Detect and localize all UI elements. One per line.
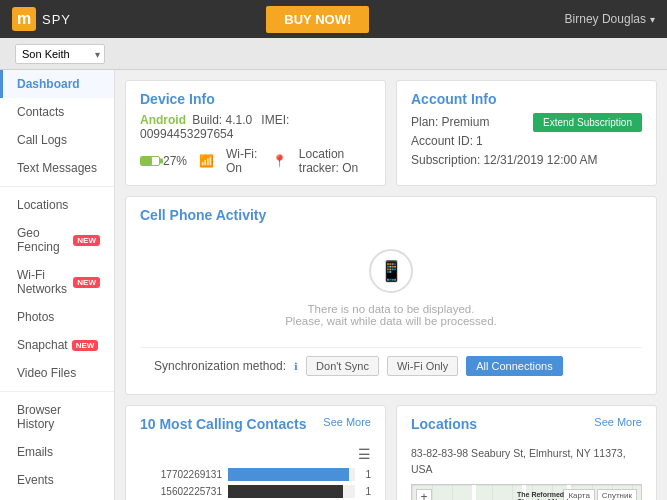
- bar-container: [228, 485, 355, 498]
- battery-icon: [140, 156, 160, 166]
- sync-option-wifi-only[interactable]: Wi-Fi Only: [387, 356, 458, 376]
- calling-contacts-header: 10 Most Calling Contacts See More: [140, 416, 371, 438]
- header: m SPY BUY NOW! Birney Douglas ▾: [0, 0, 667, 38]
- device-info-title: Device Info: [140, 91, 371, 107]
- bar-fill: [228, 468, 349, 481]
- bar-row: 156022257311: [140, 485, 371, 498]
- sidebar-label: Geo Fencing: [17, 226, 69, 254]
- sidebar-item-locations[interactable]: Locations: [0, 191, 114, 219]
- sidebar-item-block-websites[interactable]: Block Websites: [0, 494, 114, 500]
- plan-value: Premium: [441, 115, 489, 129]
- device-select-wrapper[interactable]: Son Keith: [15, 44, 105, 64]
- sidebar-item-photos[interactable]: Photos: [0, 303, 114, 331]
- location-status: Location tracker: On: [299, 147, 371, 175]
- calling-contacts-see-more[interactable]: See More: [323, 416, 371, 428]
- sidebar-item-wifi-networks[interactable]: Wi-Fi Networks NEW: [0, 261, 114, 303]
- bottom-row: 10 Most Calling Contacts See More ☰ 1770…: [125, 405, 657, 500]
- sidebar-divider: [0, 186, 114, 187]
- cell-activity-card: Cell Phone Activity 📱 There is no data t…: [125, 196, 657, 395]
- wifi-status: Wi-Fi: On: [226, 147, 260, 175]
- top-row: Device Info Android Build: 4.1.0 IMEI: 0…: [125, 80, 657, 186]
- account-id-label: Account ID:: [411, 134, 473, 148]
- main-layout: Dashboard Contacts Call Logs Text Messag…: [0, 70, 667, 500]
- sidebar-divider: [0, 391, 114, 392]
- cell-activity-title: Cell Phone Activity: [140, 207, 642, 223]
- sidebar-label: Locations: [17, 198, 68, 212]
- sidebar-item-text-messages[interactable]: Text Messages: [0, 154, 114, 182]
- map-tab-satellite[interactable]: Спутник: [597, 489, 637, 501]
- plan-label: Plan:: [411, 115, 438, 129]
- bar-label: 17702269131: [140, 469, 222, 480]
- logo-icon: m: [12, 7, 36, 31]
- sidebar-item-video-files[interactable]: Video Files: [0, 359, 114, 387]
- sidebar-label: Text Messages: [17, 161, 97, 175]
- sidebar-label: Contacts: [17, 105, 64, 119]
- sidebar-label: Photos: [17, 310, 54, 324]
- sidebar-label: Dashboard: [17, 77, 80, 91]
- sidebar-item-contacts[interactable]: Contacts: [0, 98, 114, 126]
- sync-label: Synchronization method:: [154, 359, 286, 373]
- map-container[interactable]: 📍 + − Карта Спутник The ReformedChurch o…: [411, 484, 642, 501]
- sync-info-icon[interactable]: ℹ: [294, 361, 298, 372]
- sidebar-label: Events: [17, 473, 54, 487]
- account-info-title: Account Info: [411, 91, 642, 107]
- battery-pct: 27%: [163, 154, 187, 168]
- sync-bar: Synchronization method: ℹ Don't Sync Wi-…: [140, 347, 642, 384]
- bar-label: 15602225731: [140, 486, 222, 497]
- map-road: [472, 485, 476, 501]
- bar-fill: [228, 485, 343, 498]
- header-logo: m SPY: [12, 7, 71, 31]
- phone-icon: 📱: [369, 249, 413, 293]
- build-label: Build: 4.1.0: [192, 113, 252, 127]
- sidebar-item-events[interactable]: Events: [0, 466, 114, 494]
- calling-contacts-card: 10 Most Calling Contacts See More ☰ 1770…: [125, 405, 386, 500]
- locations-see-more[interactable]: See More: [594, 416, 642, 428]
- subscription-date: 12/31/2019 12:00 AM: [483, 153, 597, 167]
- device-select[interactable]: Son Keith: [15, 44, 105, 64]
- map-controls: + −: [416, 489, 432, 501]
- device-info-card: Device Info Android Build: 4.1.0 IMEI: 0…: [125, 80, 386, 186]
- map-label-church: The ReformedChurch of Newtown: [517, 491, 583, 501]
- account-subscription-row: Subscription: 12/31/2019 12:00 AM: [411, 151, 642, 170]
- subscription-label: Subscription:: [411, 153, 480, 167]
- extend-subscription-button[interactable]: Extend Subscription: [533, 113, 642, 132]
- sidebar-item-snapchat[interactable]: Snapchat NEW: [0, 331, 114, 359]
- bar-row: 177022691311: [140, 468, 371, 481]
- sidebar-label: Browser History: [17, 403, 100, 431]
- sync-option-all-connections[interactable]: All Connections: [466, 356, 562, 376]
- map-zoom-in-button[interactable]: +: [416, 489, 432, 501]
- spy-label: SPY: [42, 12, 71, 27]
- hamburger-icon[interactable]: ☰: [140, 446, 371, 462]
- sync-option-dont-sync[interactable]: Don't Sync: [306, 356, 379, 376]
- sidebar-item-call-logs[interactable]: Call Logs: [0, 126, 114, 154]
- device-stats: 27% 📶 Wi-Fi: On 📍 Location tracker: On: [140, 147, 371, 175]
- account-id-row: Account ID: 1: [411, 132, 642, 151]
- bar-value: 1: [365, 469, 371, 480]
- activity-empty: 📱 There is no data to be displayed. Plea…: [140, 229, 642, 347]
- sidebar-label: Call Logs: [17, 133, 67, 147]
- os-label: Android: [140, 113, 186, 127]
- location-icon: 📍: [272, 154, 287, 168]
- new-badge: NEW: [73, 277, 100, 288]
- bar-chart: 177022691311156022257311197968718161: [140, 468, 371, 500]
- bar-container: [228, 468, 355, 481]
- imei-label: IMEI:: [261, 113, 289, 127]
- user-menu[interactable]: Birney Douglas ▾: [565, 12, 655, 26]
- wait-message: Please, wait while data will be processe…: [160, 315, 622, 327]
- account-info-card: Account Info Extend Subscription Plan: P…: [396, 80, 657, 186]
- calling-contacts-title: 10 Most Calling Contacts: [140, 416, 306, 432]
- empty-message: There is no data to be displayed.: [160, 303, 622, 315]
- locations-header: Locations See More: [411, 416, 642, 438]
- sidebar-label: Wi-Fi Networks: [17, 268, 69, 296]
- sidebar-item-browser-history[interactable]: Browser History: [0, 396, 114, 438]
- locations-card: Locations See More 83-82-83-98 Seabury S…: [396, 405, 657, 500]
- sidebar-label: Emails: [17, 445, 53, 459]
- bar-value: 1: [365, 486, 371, 497]
- chevron-down-icon: ▾: [650, 14, 655, 25]
- sidebar-item-emails[interactable]: Emails: [0, 438, 114, 466]
- imei-value: 00994453297654: [140, 127, 233, 141]
- sidebar-label: Snapchat: [17, 338, 68, 352]
- sidebar-item-geo-fencing[interactable]: Geo Fencing NEW: [0, 219, 114, 261]
- buy-now-button[interactable]: BUY NOW!: [266, 6, 369, 33]
- sidebar-item-dashboard[interactable]: Dashboard: [0, 70, 114, 98]
